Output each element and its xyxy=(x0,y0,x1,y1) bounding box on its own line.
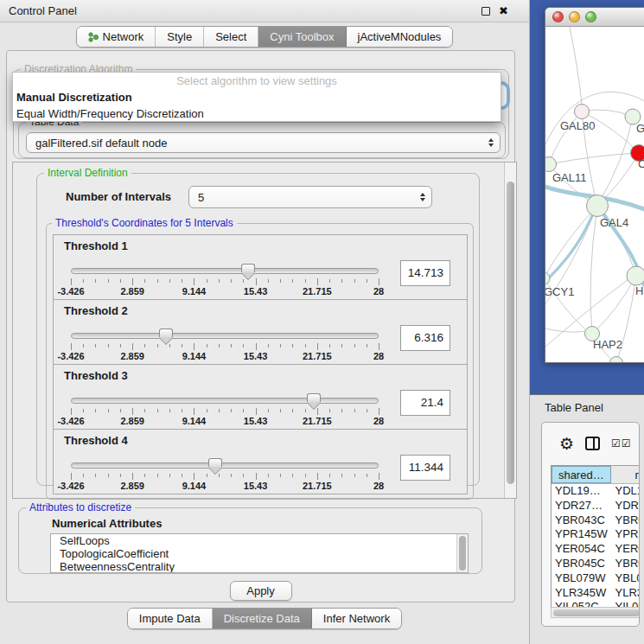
popup-item-manual-discretization[interactable]: Manual Discretization xyxy=(13,89,501,105)
network-node[interactable] xyxy=(545,272,550,284)
network-edge[interactable] xyxy=(592,276,636,334)
threshold-value-field-1[interactable]: 14.713 xyxy=(400,260,450,286)
column-header-shared-[interactable]: shared… xyxy=(552,466,611,483)
threshold-slider-2[interactable]: -3.4262.8599.14415.4321.71528 xyxy=(69,331,380,362)
minimize-traffic-light[interactable] xyxy=(569,11,580,22)
slider-track[interactable] xyxy=(71,398,379,404)
tab-discretize-data[interactable]: Discretize Data xyxy=(213,609,312,628)
table-row[interactable]: YBR045CYBR045C xyxy=(552,557,640,571)
threshold-value-field-2[interactable]: 6.316 xyxy=(400,325,450,351)
table-row[interactable]: YER054CYER054C xyxy=(552,542,640,557)
slider-thumb[interactable] xyxy=(307,393,321,402)
algorithm-dropdown-popup: Select algorithm to view settings Manual… xyxy=(12,72,501,122)
node-label-ga: GA xyxy=(636,122,644,135)
close-icon[interactable]: ✖ xyxy=(499,7,508,16)
close-traffic-light[interactable] xyxy=(552,11,564,22)
table-row[interactable]: YDL19…YDL19… xyxy=(552,484,640,499)
threshold-value-field-4[interactable]: 11.344 xyxy=(400,455,450,481)
slider-thumb[interactable] xyxy=(159,328,173,337)
scrollbar-thumb[interactable] xyxy=(507,182,514,484)
scrollbar-thumb[interactable] xyxy=(459,536,466,571)
table-cell: YBL079W xyxy=(552,571,611,586)
tab-style[interactable]: Style xyxy=(156,27,204,47)
slider-thumb[interactable] xyxy=(241,264,255,272)
node-label-gal4: GAL4 xyxy=(600,216,628,229)
table-cell: YBR045C xyxy=(552,557,611,571)
column-header-name[interactable]: name xyxy=(611,466,640,483)
table-data-group: Table Data galFiltered.sif default node xyxy=(18,122,506,158)
tab-cyni-toolbox[interactable]: Cyni Toolbox xyxy=(258,27,346,47)
network-node[interactable] xyxy=(575,105,590,119)
network-icon xyxy=(88,32,99,42)
network-edge[interactable] xyxy=(597,117,633,206)
network-edge[interactable] xyxy=(545,212,594,288)
table-cell: YPR145W xyxy=(611,527,640,542)
app-root: Control Panel ✖ NetworkStyleSelectCyni T… xyxy=(0,0,644,644)
slider-track[interactable] xyxy=(71,268,379,274)
table-row[interactable]: YLR345WYLR345W xyxy=(552,586,640,601)
network-node[interactable] xyxy=(627,266,644,285)
threshold-label: Threshold 1 xyxy=(64,239,128,252)
tab-label: Impute Data xyxy=(139,612,201,625)
tab-infer-network[interactable]: Infer Network xyxy=(312,609,401,628)
table-horizontal-scrollbar[interactable] xyxy=(551,607,640,618)
columns-icon[interactable] xyxy=(585,437,600,450)
control-panel: Control Panel ✖ NetworkStyleSelectCyni T… xyxy=(0,0,530,644)
network-edge[interactable] xyxy=(590,206,597,334)
table-row[interactable]: YDR27…YDR27… xyxy=(552,499,640,513)
table-panel-title: Table Panel xyxy=(545,401,603,414)
settings-vertical-scrollbar[interactable] xyxy=(504,163,516,498)
network-node[interactable] xyxy=(610,357,623,364)
checkbox-icons[interactable]: ☑☑ xyxy=(611,437,632,450)
attribute-item-selfloops[interactable]: SelfLoops xyxy=(51,534,468,547)
threshold-slider-1[interactable]: -3.4262.8599.14415.4321.71528 xyxy=(69,266,380,297)
table-cell: YBR043C xyxy=(552,513,611,528)
attribute-item-betweennesscentrality[interactable]: BetweennessCentrality xyxy=(51,560,468,573)
tab-impute-data[interactable]: Impute Data xyxy=(128,609,213,628)
network-canvas[interactable]: GAL80GACGAL11GAL4HGCY1HAP2 xyxy=(545,27,644,363)
tab-jactivemnodules[interactable]: jActiveMNodules xyxy=(347,27,453,47)
table-panel-toolbar: ⚙ ☑☑ xyxy=(542,423,639,464)
slider-track[interactable] xyxy=(71,462,379,469)
zoom-traffic-light[interactable] xyxy=(585,11,596,22)
gear-icon[interactable]: ⚙ xyxy=(559,436,574,452)
tab-network[interactable]: Network xyxy=(77,27,156,47)
threshold-panel-2: Threshold 2-3.4262.8599.14415.4321.71528… xyxy=(53,299,468,365)
table-row[interactable]: YBL079WYBL079W xyxy=(552,571,640,586)
table-cell: YDR27… xyxy=(611,499,640,513)
network-node[interactable] xyxy=(587,195,609,217)
table-row[interactable]: YBR043CYBR043C xyxy=(552,513,640,528)
slider-track[interactable] xyxy=(71,333,379,339)
table-cell: YIL052C xyxy=(552,600,611,607)
popup-item-equal-width[interactable]: Equal Width/Frequency Discretization xyxy=(13,105,501,122)
attribute-item-topologicalcoefficient[interactable]: TopologicalCoefficient xyxy=(51,547,468,560)
threshold-slider-4[interactable]: -3.4262.8599.14415.4321.71528 xyxy=(69,461,380,492)
combo-stepper-icon xyxy=(488,138,494,147)
threshold-value-field-3[interactable]: 21.4 xyxy=(400,390,450,416)
slider-thumb[interactable] xyxy=(208,458,222,467)
table-cell: YLR345W xyxy=(611,586,640,601)
slider-ticks xyxy=(71,408,380,415)
numerical-attributes-list[interactable]: SelfLoopsTopologicalCoefficientBetweenne… xyxy=(50,533,469,573)
network-edge[interactable] xyxy=(570,27,582,104)
bottom-tab-bar: Impute DataDiscretize DataInfer Network xyxy=(127,608,402,629)
number-of-intervals-combobox[interactable]: 5 xyxy=(188,186,432,208)
number-of-intervals-label: Number of Intervals xyxy=(66,190,171,203)
table-cell: YER054C xyxy=(611,542,640,557)
table-row[interactable]: YIL052CYIL052C xyxy=(552,600,640,607)
popup-placeholder[interactable]: Select algorithm to view settings xyxy=(13,73,501,89)
network-node[interactable] xyxy=(545,157,557,172)
threshold-slider-3[interactable]: -3.4262.8599.14415.4321.71528 xyxy=(69,396,380,427)
apply-button[interactable]: Apply xyxy=(230,581,292,601)
tab-select[interactable]: Select xyxy=(204,27,258,47)
network-edge[interactable] xyxy=(549,153,639,164)
network-edge[interactable] xyxy=(545,206,597,278)
list-vertical-scrollbar[interactable] xyxy=(456,534,468,572)
float-window-icon[interactable] xyxy=(481,7,490,16)
table-data-combobox[interactable]: galFiltered.sif default node xyxy=(26,132,501,153)
scrollbar-thumb[interactable] xyxy=(553,609,640,616)
table-cell: YLR345W xyxy=(552,586,611,601)
tab-label: Network xyxy=(103,30,144,43)
table-row[interactable]: YPR145WYPR145W xyxy=(552,527,640,542)
network-graph: GAL80GACGAL11GAL4HGCY1HAP2 xyxy=(545,27,644,363)
